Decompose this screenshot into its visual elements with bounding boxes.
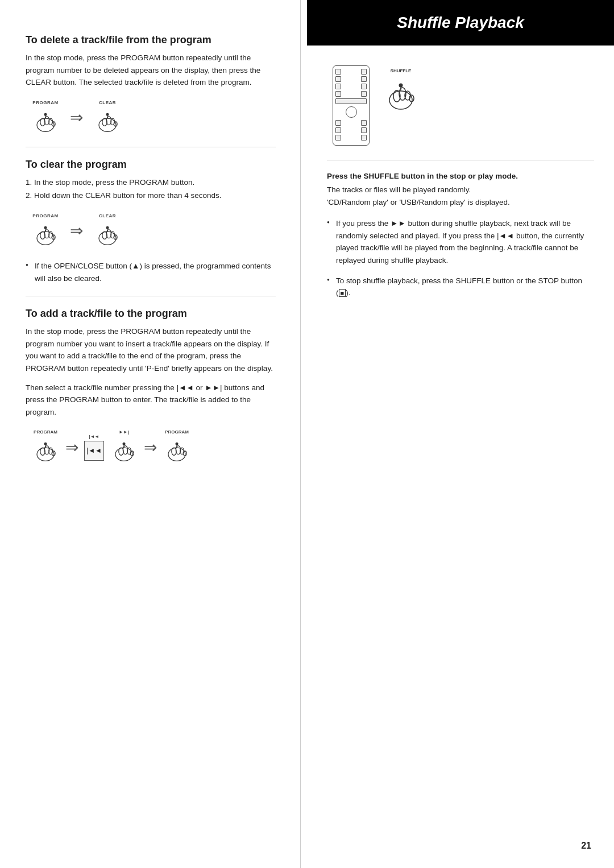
shuffle-button-area: SHUFFLE <box>381 65 421 115</box>
clear-title: To clear the program <box>26 159 276 171</box>
svg-point-20 <box>44 226 47 229</box>
remote-diagram: SHUFFLE <box>333 65 594 146</box>
arrow-3: ⇒ <box>65 438 78 457</box>
svg-point-48 <box>176 443 179 445</box>
add-program-label-2: PROGRAM <box>165 429 189 435</box>
add-program-hand-2: PROGRAM <box>163 429 191 465</box>
remote-row-4 <box>335 91 367 97</box>
program-hand-2: PROGRAM <box>31 213 60 249</box>
divider-1 <box>26 147 276 147</box>
remote-btn-13 <box>335 135 341 140</box>
shuffle-bullet-1: If you press the ►► button during shuffl… <box>327 217 594 266</box>
shuffle-bullets: If you press the ►► button during shuffl… <box>327 217 594 299</box>
hand-svg-3 <box>31 220 60 249</box>
section-header: Shuffle Playback <box>307 0 614 46</box>
press-body-1: The tracks or files will be played rando… <box>327 184 594 208</box>
svg-point-41 <box>123 443 126 445</box>
remote-btn-7 <box>335 91 341 97</box>
remote-btn-11 <box>335 127 341 133</box>
press-text-1: The tracks or files will be played rando… <box>327 185 471 194</box>
remote-btn-5 <box>335 84 341 89</box>
delete-body: In the stop mode, press the PROGRAM butt… <box>26 52 276 89</box>
remote-row-2 <box>335 76 367 82</box>
remote-circle <box>346 106 357 118</box>
remote-row-7 <box>335 127 367 133</box>
press-instruction: Press the SHUFFLE button in the stop or … <box>327 172 594 180</box>
remote-row-6 <box>335 120 367 126</box>
svg-point-55 <box>399 84 403 88</box>
clear-bullet-1: If the OPEN/CLOSE button (▲) is pressed,… <box>26 260 276 284</box>
press-text-2: 'CD/Random play' or 'USB/Random play' is… <box>327 198 510 206</box>
hand-svg-7 <box>163 436 191 465</box>
add-program-label-1: PROGRAM <box>34 429 57 435</box>
next-track-label: ►►| <box>119 429 129 435</box>
remote-btn-9 <box>335 120 341 126</box>
remote-btn-wide <box>335 98 367 104</box>
remote-row-5 <box>335 98 367 104</box>
clear-hand-2: CLEAR <box>93 213 122 249</box>
clear-hand-1: CLEAR <box>93 100 122 135</box>
remote-btn-10 <box>361 120 367 126</box>
hand-svg-1 <box>31 107 60 135</box>
remote-row-8 <box>335 135 367 140</box>
remote-row-3 <box>335 84 367 89</box>
program-hand-1: PROGRAM <box>31 100 60 135</box>
program-label-2: PROGRAM <box>32 213 58 218</box>
shuffle-bullet-2: To stop shuffle playback, press the SHUF… <box>327 275 594 299</box>
remote-btn-3 <box>335 76 341 82</box>
delete-diagram: PROGRAM ⇒ CLEAR <box>31 100 276 135</box>
page-number: 21 <box>581 841 591 851</box>
svg-point-34 <box>44 443 47 445</box>
remote-btn-2 <box>361 69 367 75</box>
hand-svg-6 <box>110 436 138 465</box>
add-section: To add a track/file to the program In th… <box>26 308 276 465</box>
divider-right <box>327 160 594 160</box>
hand-svg-2 <box>93 107 122 135</box>
divider-2 <box>26 296 276 296</box>
remote-btn-1 <box>335 69 341 75</box>
svg-point-6 <box>44 113 47 116</box>
hand-svg-4 <box>93 220 122 249</box>
arrow-1: ⇒ <box>70 108 83 127</box>
clear-bullets: If the OPEN/CLOSE button (▲) is pressed,… <box>26 260 276 284</box>
remote-row-1 <box>335 69 367 75</box>
add-body2: Then select a track/file number pressing… <box>26 382 276 419</box>
next-track-hand: ►►| <box>110 429 138 465</box>
shuffle-hand-svg <box>381 75 421 115</box>
remote-btn-6 <box>361 84 367 89</box>
page-title: Shuffle Playback <box>397 14 524 32</box>
delete-title: To delete a track/file from the program <box>26 34 276 46</box>
clear-label-1: CLEAR <box>99 100 116 105</box>
add-program-hand-1: PROGRAM <box>31 429 60 465</box>
arrow-4: ⇒ <box>144 438 157 457</box>
vertical-divider <box>300 0 301 868</box>
svg-point-27 <box>106 226 109 229</box>
clear-steps: 1. In the stop mode, press the PROGRAM b… <box>26 176 276 202</box>
clear-step-2: 2. Hold down the CLEAR button for more t… <box>26 189 276 202</box>
remote-body <box>333 65 370 146</box>
arrow-2: ⇒ <box>70 221 83 240</box>
remote-btn-14 <box>361 135 367 140</box>
add-diagram: PROGRAM ⇒ |◄◄ |◄◄ ►►| <box>31 429 276 465</box>
prev-track-btn: |◄◄ |◄◄ <box>84 434 104 461</box>
clear-step-1: 1. In the stop mode, press the PROGRAM b… <box>26 176 276 189</box>
left-column: To delete a track/file from the program … <box>0 0 296 493</box>
shuffle-label: SHUFFLE <box>391 68 412 73</box>
delete-section: To delete a track/file from the program … <box>26 34 276 135</box>
remote-btn-8 <box>361 91 367 97</box>
svg-point-13 <box>106 113 109 116</box>
right-column: SHUFFLE Press the SHUFFLE button in the … <box>307 46 614 324</box>
program-label-1: PROGRAM <box>32 100 58 105</box>
hand-svg-5 <box>31 436 60 465</box>
add-title: To add a track/file to the program <box>26 308 276 320</box>
clear-diagram: PROGRAM ⇒ CLEAR <box>31 213 276 249</box>
remote-btn-4 <box>361 76 367 82</box>
clear-label-2: CLEAR <box>99 213 116 218</box>
clear-section: To clear the program 1. In the stop mode… <box>26 159 276 284</box>
add-body1: In the stop mode, press the PROGRAM butt… <box>26 325 276 374</box>
remote-btn-12 <box>361 127 367 133</box>
